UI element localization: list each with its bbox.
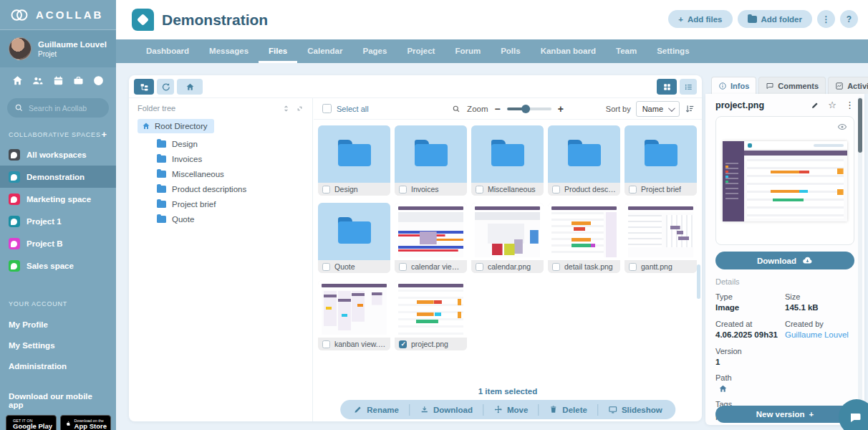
clock-icon[interactable] — [92, 75, 105, 87]
select-all-checkbox[interactable] — [322, 104, 332, 113]
user-profile[interactable]: Guillaume Louvel Projet — [0, 30, 116, 67]
slideshow-button[interactable]: Slideshow — [598, 404, 672, 416]
tab-calendar[interactable]: Calendar — [297, 39, 352, 63]
tree-root-directory[interactable]: Root Directory — [138, 119, 214, 133]
sidebar-space-sales[interactable]: Sales space — [0, 254, 116, 277]
tab-forum[interactable]: Forum — [445, 39, 491, 63]
tab-activity[interactable]: Activity — [828, 77, 868, 94]
file-card-project[interactable]: project.png — [395, 280, 467, 350]
sidebar-item-my-profile[interactable]: My Profile — [0, 315, 116, 333]
zoom-slider[interactable] — [507, 108, 551, 110]
file-card-kanban-view[interactable]: kanban view.png — [318, 280, 390, 350]
file-card-invoices[interactable]: Invoices — [395, 125, 467, 196]
zoom-slider-thumb[interactable] — [521, 105, 530, 113]
tab-dashboard[interactable]: Dashboard — [136, 39, 199, 63]
file-checkbox[interactable] — [629, 186, 637, 194]
file-card-project-brief[interactable]: Project brief — [625, 125, 697, 196]
file-checkbox[interactable] — [399, 263, 407, 271]
tab-kanban-board[interactable]: Kanban board — [531, 39, 606, 63]
go-root-button[interactable] — [177, 79, 203, 95]
tree-folder-quote[interactable]: Quote — [157, 215, 304, 224]
download-file-button[interactable]: Download — [715, 252, 854, 269]
list-view-button[interactable] — [680, 79, 697, 95]
home-icon[interactable] — [11, 75, 24, 87]
select-all-control[interactable]: Select all — [322, 104, 369, 113]
delete-button[interactable]: Delete — [539, 404, 598, 416]
sort-direction-button[interactable] — [685, 104, 695, 114]
tab-settings[interactable]: Settings — [647, 39, 699, 63]
sidebar-item-administration[interactable]: Administration — [0, 357, 116, 375]
more-options-button[interactable]: ⋮ — [817, 10, 835, 28]
created-by-link[interactable]: Guillaume Louvel — [785, 330, 854, 339]
tree-folder-project-brief[interactable]: Project brief — [157, 200, 304, 209]
path-home-icon[interactable] — [718, 384, 854, 393]
sidebar-space-project-b[interactable]: Project B — [0, 232, 116, 254]
file-card-calendar[interactable]: calendar.png — [471, 203, 544, 273]
briefcase-icon[interactable] — [72, 75, 85, 87]
tab-files[interactable]: Files — [259, 39, 297, 63]
move-button[interactable]: Move — [483, 404, 539, 416]
file-card-design[interactable]: Design — [318, 125, 390, 196]
preview-eye-icon[interactable] — [837, 122, 847, 132]
sidebar-space-demonstration[interactable]: Demonstration — [0, 166, 116, 188]
search-input[interactable]: Search in Acollab — [7, 98, 109, 118]
tab-pages[interactable]: Pages — [353, 39, 397, 63]
tab-polls[interactable]: Polls — [491, 39, 530, 63]
sidebar-space-marketing[interactable]: Marketing space — [0, 188, 116, 210]
grid-view-button[interactable] — [657, 79, 677, 95]
new-version-button[interactable]: New version + — [715, 406, 854, 423]
file-card-gantt[interactable]: gantt.png — [625, 203, 697, 273]
calendar-icon[interactable] — [52, 75, 64, 87]
file-checkbox[interactable] — [399, 340, 407, 348]
collapse-all-icon[interactable] — [294, 102, 306, 114]
expand-all-icon[interactable] — [282, 105, 290, 113]
file-grid-scrollbar[interactable] — [697, 264, 700, 299]
add-files-button[interactable]: + Add files — [668, 10, 732, 28]
google-play-badge[interactable]: GET IT ON Google Play — [6, 415, 57, 430]
file-checkbox[interactable] — [552, 186, 560, 194]
file-checkbox[interactable] — [322, 340, 330, 348]
sidebar-space-project-1[interactable]: Project 1 — [0, 210, 116, 232]
tree-folder-product-descriptions[interactable]: Product descriptions — [157, 185, 304, 194]
members-icon[interactable] — [32, 75, 44, 87]
add-space-button[interactable]: + — [102, 131, 107, 138]
tree-folder-invoices[interactable]: Invoices — [157, 155, 304, 163]
file-checkbox[interactable] — [476, 263, 483, 271]
zoom-in-button[interactable]: + — [558, 103, 564, 115]
tab-team[interactable]: Team — [606, 39, 647, 63]
zoom-out-button[interactable]: − — [495, 103, 501, 115]
file-checkbox[interactable] — [399, 186, 407, 194]
tab-comments[interactable]: Comments — [758, 77, 826, 94]
sidebar-space-all-workspaces[interactable]: All workspaces — [0, 143, 116, 166]
details-scrollbar-thumb[interactable] — [858, 98, 862, 153]
tab-messages[interactable]: Messages — [199, 39, 259, 63]
file-checkbox[interactable] — [322, 263, 330, 271]
add-folder-button[interactable]: Add folder — [738, 10, 813, 28]
file-checkbox[interactable] — [322, 186, 330, 194]
download-button[interactable]: Download — [410, 404, 483, 416]
rename-icon[interactable] — [811, 101, 819, 110]
file-preview-card[interactable] — [715, 116, 854, 245]
tab-project[interactable]: Project — [397, 39, 445, 63]
refresh-button[interactable] — [157, 79, 174, 95]
file-more-options-icon[interactable]: ⋮ — [845, 101, 854, 110]
sort-select[interactable]: Name — [636, 101, 680, 117]
file-card-miscellaneous[interactable]: Miscellaneous — [471, 125, 544, 196]
file-card-product-descriptions[interactable]: Product descriptions — [548, 125, 620, 196]
tab-infos[interactable]: Infos — [711, 77, 756, 94]
file-card-calendar-view[interactable]: calendar view.png — [395, 203, 467, 273]
help-button[interactable]: ? — [840, 10, 858, 28]
rename-button[interactable]: Rename — [343, 404, 410, 416]
file-checkbox[interactable] — [552, 263, 560, 271]
tree-folder-miscellaneous[interactable]: Miscellaneous — [157, 170, 304, 178]
app-store-badge[interactable]: Download on the App Store — [60, 415, 111, 430]
file-card-quote[interactable]: Quote — [318, 203, 390, 273]
favorite-star-icon[interactable]: ☆ — [828, 101, 836, 110]
sidebar-item-my-settings[interactable]: My Settings — [0, 336, 116, 354]
file-checkbox[interactable] — [476, 186, 483, 194]
toggle-folder-tree-button[interactable] — [134, 79, 154, 95]
tree-folder-design[interactable]: Design — [157, 140, 304, 148]
file-card-detail-task[interactable]: detail task.png — [548, 203, 620, 273]
file-checkbox[interactable] — [629, 263, 637, 271]
brand-logo[interactable]: ACOLLAB — [0, 0, 116, 30]
